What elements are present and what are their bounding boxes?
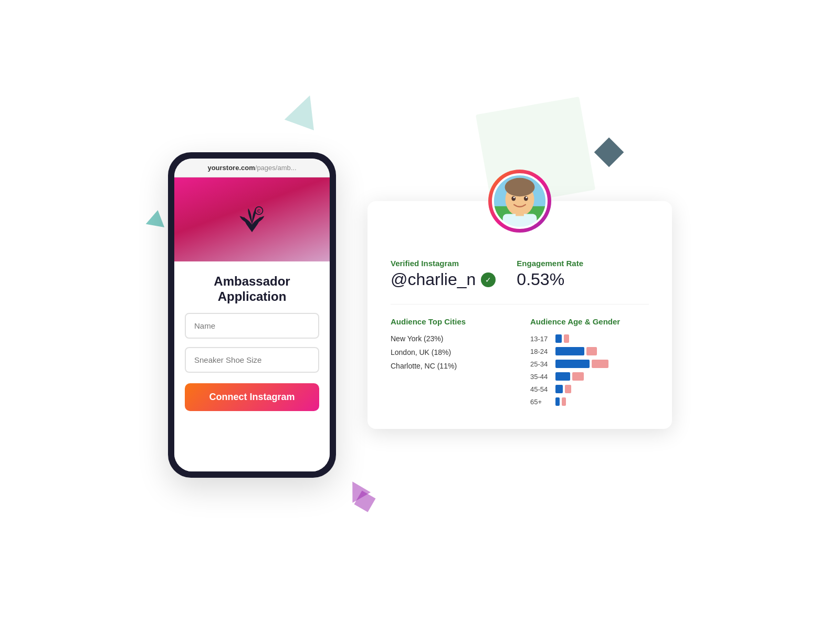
female-bar — [586, 347, 597, 355]
age-gender-list: 13-1718-2425-3435-4445-5465+ — [530, 334, 649, 406]
deco-teal-arrow — [146, 208, 167, 227]
deco-purple-square — [354, 491, 376, 512]
svg-point-6 — [505, 178, 535, 196]
svg-text:C: C — [257, 208, 261, 213]
age-label: 35-44 — [530, 373, 551, 381]
age-label: 65+ — [530, 398, 551, 406]
svg-point-10 — [524, 196, 528, 201]
male-bar — [555, 397, 560, 406]
list-item: New York (23%) — [391, 334, 509, 343]
name-input[interactable] — [185, 313, 319, 339]
instagram-stat: Verified Instagram @charlie_n ✓ — [391, 259, 496, 289]
age-label: 45-54 — [530, 385, 551, 393]
bars-container — [555, 360, 608, 368]
age-gender-column: Audience Age & Gender 13-1718-2425-3435-… — [530, 317, 649, 406]
svg-point-12 — [526, 197, 527, 198]
age-gender-header: Audience Age & Gender — [530, 317, 649, 326]
deco-dark-diamond — [594, 138, 624, 167]
female-bar — [592, 360, 608, 368]
age-row: 65+ — [530, 397, 649, 406]
instagram-handle: @charlie_n — [391, 270, 476, 289]
url-bold: yourstore.com — [207, 164, 255, 172]
verified-badge: ✓ — [481, 272, 496, 287]
male-bar — [555, 347, 584, 355]
male-bar — [555, 334, 562, 343]
age-label: 25-34 — [530, 360, 551, 368]
bars-container — [555, 347, 597, 355]
female-bar — [572, 372, 584, 381]
scene: yourstore.com/pages/amb... C — [105, 79, 735, 551]
audience-row: Audience Top Cities New York (23%)London… — [391, 317, 649, 406]
male-bar — [555, 372, 570, 381]
brand-logo: C — [236, 205, 268, 234]
age-row: 45-54 — [530, 385, 649, 393]
male-bar — [555, 385, 563, 393]
age-row: 25-34 — [530, 360, 649, 368]
form-title: Ambassador Application — [214, 274, 290, 304]
lotus-icon: C — [236, 205, 268, 234]
female-bar — [562, 397, 566, 406]
bars-container — [555, 372, 584, 381]
city-list: New York (23%)London, UK (18%)Charlotte,… — [391, 334, 509, 370]
engagement-label: Engagement Rate — [517, 259, 583, 268]
avatar-container — [488, 170, 551, 233]
list-item: Charlotte, NC (11%) — [391, 362, 509, 370]
stats-row: Verified Instagram @charlie_n ✓ Engageme… — [391, 259, 649, 289]
cities-column: Audience Top Cities New York (23%)London… — [391, 317, 509, 406]
age-label: 18-24 — [530, 348, 551, 355]
female-bar — [564, 334, 569, 343]
engagement-stat: Engagement Rate 0.53% — [517, 259, 583, 289]
phone-url-bar: yourstore.com/pages/amb... — [174, 159, 330, 177]
connect-instagram-button[interactable]: Connect Instagram — [185, 383, 319, 411]
divider — [391, 304, 649, 304]
deco-purple-arrow — [343, 476, 371, 502]
bars-container — [555, 397, 566, 406]
age-row: 13-17 — [530, 334, 649, 343]
url-light: /pages/amb... — [255, 164, 297, 172]
phone-mockup: yourstore.com/pages/amb... C — [168, 152, 336, 478]
cities-header: Audience Top Cities — [391, 317, 509, 326]
avatar-ring — [488, 170, 551, 233]
influencer-card: Verified Instagram @charlie_n ✓ Engageme… — [368, 201, 672, 429]
age-row: 35-44 — [530, 372, 649, 381]
age-row: 18-24 — [530, 347, 649, 355]
deco-teal-triangle — [285, 90, 325, 131]
instagram-handle-row: @charlie_n ✓ — [391, 270, 496, 289]
avatar — [491, 173, 548, 229]
shoe-size-input[interactable] — [185, 347, 319, 373]
age-label: 13-17 — [530, 335, 551, 343]
female-bar — [565, 385, 571, 393]
engagement-value: 0.53% — [517, 270, 583, 289]
phone-hero: C — [174, 177, 330, 261]
male-bar — [555, 360, 590, 368]
svg-point-9 — [511, 196, 516, 201]
svg-rect-8 — [516, 208, 524, 216]
bars-container — [555, 334, 569, 343]
bars-container — [555, 385, 571, 393]
phone-content: Ambassador Application Connect Instagram — [174, 261, 330, 471]
instagram-label: Verified Instagram — [391, 259, 496, 268]
list-item: London, UK (18%) — [391, 348, 509, 356]
svg-point-11 — [513, 197, 515, 198]
